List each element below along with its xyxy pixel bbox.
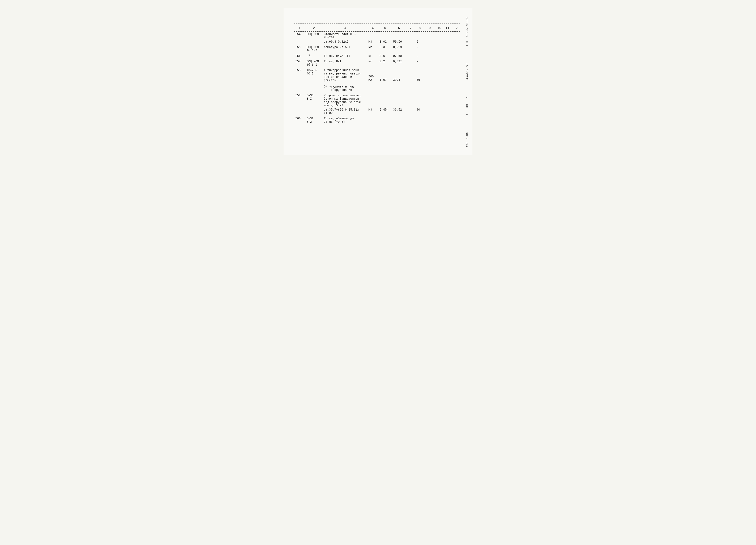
row-col7 <box>406 93 415 108</box>
row-ref: ССЦ МСМТб.3–I <box>305 44 322 53</box>
row-ref: I3–29540–3 <box>305 67 322 82</box>
row-col10 <box>435 93 443 108</box>
row-col6: 0,229 <box>392 44 406 53</box>
row-unit: кг <box>367 53 378 58</box>
row-col9 <box>424 32 435 40</box>
row-col12 <box>452 115 460 124</box>
row-col12 <box>452 53 460 58</box>
row-col12 <box>452 67 460 82</box>
row-col11 <box>443 115 452 124</box>
row-col6: 59,I6 <box>392 40 406 44</box>
row-unit <box>367 32 378 40</box>
row-col10 <box>435 108 443 115</box>
col-header-1: I <box>294 26 305 31</box>
row-col5: 0,3 <box>378 44 392 53</box>
row-id: I56 <box>294 53 305 58</box>
row-col10 <box>435 115 443 124</box>
row-desc: То же, В–I <box>323 58 367 67</box>
page: I 2 3 4 5 6 7 8 9 IO II I2 I54 ССЦ <box>284 8 472 155</box>
table-row: I57 ССЦ МСМТб.3–I То же, В–I кг 0,2 0,32… <box>294 58 460 67</box>
section-header-row: б/ Фундаменты под оборудование <box>294 82 460 93</box>
row-col10 <box>435 53 443 58</box>
row-col11 <box>443 53 452 58</box>
row-col8: 90 <box>415 108 424 115</box>
right-sidebar: Т.П. 802-5-39.85 Альбом VI 1 33 1 20597-… <box>462 8 472 155</box>
col-header-4: 4 <box>367 26 378 31</box>
row-col6: 0,250 <box>392 53 406 58</box>
row-unit <box>367 93 378 108</box>
col-header-7: 7 <box>406 26 415 31</box>
table-row: I56 –"– То же, кл.А–III кг 0,6 0,250 – <box>294 53 460 58</box>
row-ref <box>305 40 322 44</box>
row-col8: – <box>415 53 424 58</box>
table-row: ст.35,7+(26,6–25,8)ххI,02 М3 2,454 36,52… <box>294 108 460 115</box>
row-col9 <box>424 44 435 53</box>
row-col11 <box>443 44 452 53</box>
col-header-8: 8 <box>415 26 424 31</box>
table-row: I58 I3–29540–3 Антикоррозийная защи-та в… <box>294 67 460 82</box>
table-row: I55 ССЦ МСМТб.3–I Арматура кл.А–I кг 0,3… <box>294 44 460 53</box>
row-col12 <box>452 93 460 108</box>
row-col5: I,67 <box>378 67 392 82</box>
row-id: I55 <box>294 44 305 53</box>
row-id <box>294 108 305 115</box>
row-col11 <box>443 40 452 44</box>
row-ref: –"– <box>305 53 322 58</box>
row-col8: 66 <box>415 67 424 82</box>
row-col9 <box>424 93 435 108</box>
row-col11 <box>443 108 452 115</box>
row-col7 <box>406 44 415 53</box>
row-col5 <box>378 115 392 124</box>
row-col12 <box>452 40 460 44</box>
row-col5: 2,454 <box>378 108 392 115</box>
row-col7 <box>406 32 415 40</box>
row-desc: Антикоррозийная защи-та внутренних повер… <box>323 67 367 82</box>
col-header-12: I2 <box>452 26 460 31</box>
row-col9 <box>424 40 435 44</box>
row-ref: ССЦ МСМТб.3–I <box>305 58 322 67</box>
row-id: I60 <box>294 115 305 124</box>
row-col6 <box>392 32 406 40</box>
row-col6: 0,32I <box>392 58 406 67</box>
row-col5 <box>378 93 392 108</box>
row-unit: М3 <box>367 40 378 44</box>
row-id: I58 <box>294 67 305 82</box>
row-col7 <box>406 53 415 58</box>
row-col7 <box>406 108 415 115</box>
section-ref <box>305 82 322 93</box>
row-col9 <box>424 58 435 67</box>
table-row: I60 6–3I3–2 То же, объемом до25 М3 (Ф0–3… <box>294 115 460 124</box>
row-col7 <box>406 115 415 124</box>
row-desc: Устройство монолитныхбетонных фундаменто… <box>323 93 367 108</box>
row-unit <box>367 115 378 124</box>
row-id: I59 <box>294 93 305 108</box>
row-col6 <box>392 115 406 124</box>
row-col12 <box>452 58 460 67</box>
row-col5: 0,6 <box>378 53 392 58</box>
row-id <box>294 40 305 44</box>
sidebar-text-2: Альбом VI <box>466 63 469 80</box>
row-unit: кг <box>367 58 378 67</box>
row-col10 <box>435 58 443 67</box>
row-desc: Арматура кл.А–I <box>323 44 367 53</box>
row-col8 <box>415 115 424 124</box>
col-header-2: 2 <box>305 26 322 31</box>
col-header-6: 6 <box>392 26 406 31</box>
col-header-5: 5 <box>378 26 392 31</box>
row-col8 <box>415 32 424 40</box>
row-col6: 36,52 <box>392 108 406 115</box>
row-col12 <box>452 44 460 53</box>
row-col9 <box>424 115 435 124</box>
row-desc: Стоимость плит ПI–8Мб–200 <box>323 32 367 40</box>
sidebar-text-numbers: 1 33 1 <box>466 96 469 115</box>
row-col5: 0,02 <box>378 40 392 44</box>
table-header-row: I 2 3 4 5 6 7 8 9 IO II I2 <box>294 26 460 31</box>
row-col11 <box>443 58 452 67</box>
col-header-3: 3 <box>323 26 367 31</box>
row-desc: ст.35,7+(26,6–25,8)ххI,02 <box>323 108 367 115</box>
row-unit: М3 <box>367 108 378 115</box>
row-unit: кг <box>367 44 378 53</box>
row-col11 <box>443 93 452 108</box>
row-ref: 6–303–I <box>305 93 322 108</box>
row-col5 <box>378 32 392 40</box>
